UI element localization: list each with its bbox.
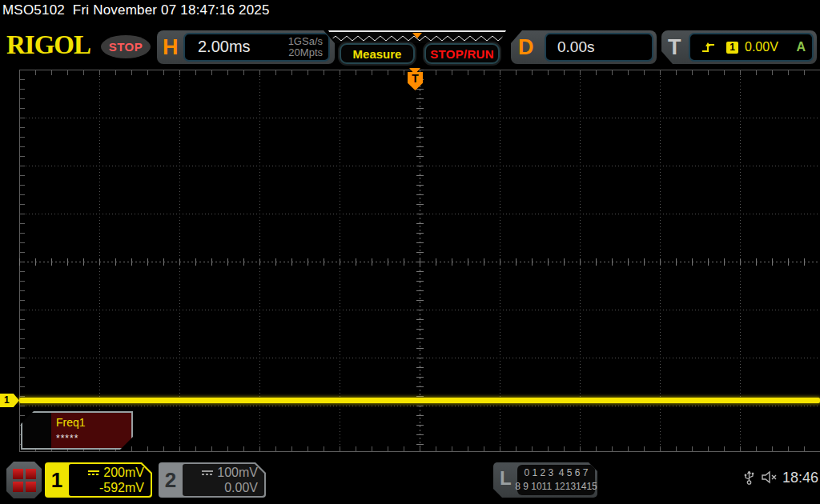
trigger-label: T [668, 34, 681, 61]
oscilloscope-screen: MSO5102 Fri November 07 18:47:16 2025 RI… [0, 0, 820, 504]
grid-horizontal-line [19, 406, 820, 406]
trigger-source-badge: 1 [726, 42, 738, 54]
grid-horizontal-line [19, 166, 820, 166]
trigger-sweep-mode: A [796, 40, 806, 54]
measurement-item[interactable]: Freq1 ***** [21, 411, 133, 450]
logic-label: L [500, 467, 512, 490]
grid-center-horizontal-line [19, 262, 820, 262]
channel1-status-block[interactable]: 1 200mV -592mV [45, 462, 152, 498]
logic-row-1: 0 1 2 3 4 5 6 7 [524, 466, 588, 480]
timebase-value: 2.00ms [198, 38, 251, 56]
delay-value: 0.00s [557, 38, 594, 56]
channel1-number: 1 [45, 462, 69, 498]
dc-coupling-icon [202, 470, 213, 475]
channel1-waveform-trace [19, 398, 820, 403]
channel1-offset-row: -592mV [99, 480, 144, 495]
grid-vertical-line [179, 70, 180, 452]
trigger-box[interactable]: 1 0.00V A [689, 33, 814, 62]
measure-button[interactable]: Measure [340, 43, 415, 64]
grid-horizontal-line [19, 310, 820, 310]
grid-vertical-line [660, 70, 661, 452]
grid-horizontal-line [19, 214, 820, 214]
trigger-level-value: 0.00V [745, 40, 778, 54]
grid-vertical-line [259, 70, 260, 452]
grid-vertical-line [740, 70, 741, 452]
run-state-badge: STOP [101, 35, 151, 58]
main-menu-button[interactable] [6, 462, 42, 498]
logic-channel-list: 0 1 2 3 4 5 6 7 8 9 1011 12131415 [517, 465, 595, 495]
dc-coupling-icon [88, 470, 99, 475]
delay-label: D [518, 34, 534, 61]
channel2-offset: 0.00V [224, 480, 258, 495]
waveform-preview-strip[interactable] [328, 30, 506, 43]
grid-horizontal-line [19, 358, 820, 358]
stop-run-button[interactable]: STOP/RUN [424, 43, 500, 64]
waveform-display-grid [19, 70, 820, 452]
horizontal-label: H [163, 34, 179, 61]
menu-grid-icon [13, 469, 36, 492]
timebase-box[interactable]: 2.00ms 1GSa/s 20Mpts [183, 33, 330, 62]
measurement-value: ***** [56, 433, 78, 444]
usb-icon [743, 468, 755, 486]
grid-horizontal-line [19, 118, 820, 118]
channel1-scale-row: 200mV [88, 465, 144, 480]
sample-rate: 1GSa/s [288, 36, 323, 47]
acquisition-info: 1GSa/s 20Mpts [288, 36, 323, 58]
channel1-offset: -592mV [99, 480, 144, 495]
system-clock: 18:46 [782, 470, 818, 486]
grid-vertical-line [99, 70, 100, 452]
trigger-settings[interactable]: T 1 0.00V A [661, 30, 817, 64]
model-name: MSO5102 [2, 2, 65, 18]
trigger-slope-icon [701, 42, 715, 53]
channel2-panel: 100mV 0.00V [183, 464, 264, 496]
measurement-name: Freq1 [56, 416, 86, 429]
rigol-logo: RIGOL [6, 32, 90, 58]
channel2-scale: 100mV [217, 465, 258, 480]
logic-row-2: 8 9 1011 12131415 [515, 480, 597, 494]
speaker-mute-icon [761, 470, 780, 484]
channel1-level-marker[interactable]: 1 [0, 394, 19, 407]
delay-settings[interactable]: D 0.00s [511, 30, 657, 64]
logic-channels-block[interactable]: L 0 1 2 3 4 5 6 7 8 9 1011 12131415 [493, 462, 597, 498]
horizontal-settings[interactable]: H 2.00ms 1GSa/s 20Mpts [157, 30, 335, 64]
channel2-scale-row: 100mV [202, 465, 258, 480]
grid-vertical-line [340, 70, 340, 452]
memory-depth: 20Mpts [288, 47, 323, 58]
channel1-panel: 200mV -592mV [69, 464, 151, 496]
grid-vertical-line [580, 70, 581, 452]
channel2-offset-row: 0.00V [224, 480, 258, 495]
channel1-scale: 200mV [103, 465, 144, 480]
preview-trigger-position-icon [412, 33, 422, 38]
delay-box[interactable]: 0.00s [545, 33, 653, 62]
status-spacer [65, 2, 73, 18]
channel2-status-block[interactable]: 2 100mV 0.00V [159, 462, 266, 498]
datetime: Fri November 07 18:47:16 2025 [73, 2, 270, 18]
status-bar: MSO5102 Fri November 07 18:47:16 2025 [2, 2, 270, 18]
grid-vertical-line [500, 70, 500, 452]
channel2-number: 2 [159, 462, 183, 498]
